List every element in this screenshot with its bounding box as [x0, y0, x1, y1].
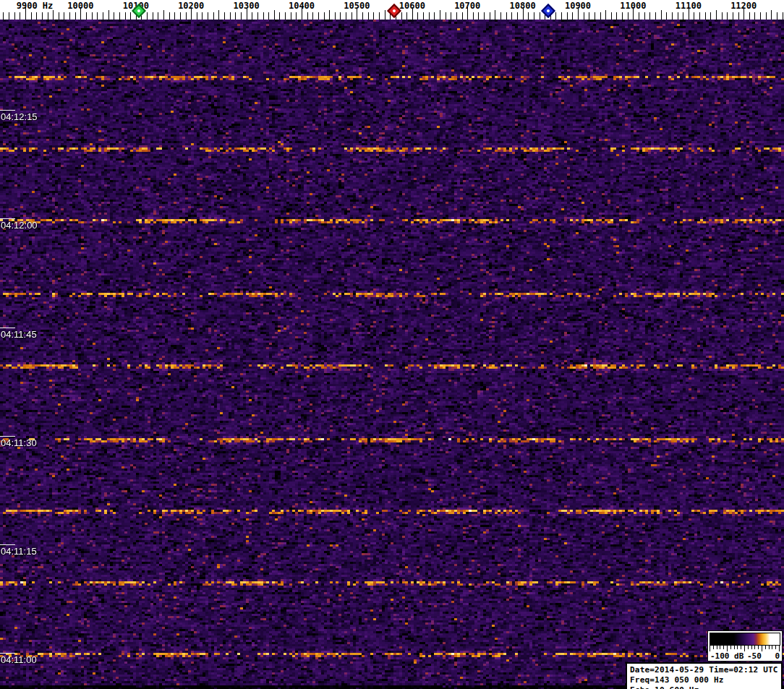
freq-label: 10500 — [344, 1, 370, 11]
freq-tick — [417, 12, 418, 20]
freq-tick — [451, 12, 451, 20]
freq-tick — [639, 12, 639, 20]
freq-tick — [36, 12, 37, 20]
freq-tick — [186, 12, 187, 20]
freq-tick — [644, 12, 645, 20]
freq-tick — [777, 12, 777, 20]
freq-tick — [373, 12, 374, 20]
freq-tick — [567, 12, 568, 20]
freq-tick — [241, 12, 242, 20]
freq-tick — [710, 12, 711, 20]
freq-tick — [130, 12, 131, 20]
colorbar-label-max: 0 — [775, 651, 780, 661]
freq-label: 10400 — [289, 1, 315, 11]
freq-label: 9900 Hz — [17, 1, 54, 11]
freq-tick — [114, 12, 114, 20]
freq-tick — [423, 12, 424, 20]
freq-tick — [611, 12, 612, 20]
freq-tick — [307, 12, 308, 20]
time-tick — [0, 218, 15, 219]
freq-tick — [440, 10, 440, 20]
freq-tick — [180, 12, 181, 20]
freq-tick — [722, 12, 723, 20]
freq-tick — [622, 12, 623, 20]
freq-tick — [263, 12, 264, 20]
freq-tick — [291, 12, 291, 20]
freq-tick — [649, 12, 650, 20]
freq-tick — [584, 12, 584, 20]
freq-tick — [351, 12, 352, 20]
freq-tick — [153, 12, 153, 20]
freq-tick — [158, 12, 158, 20]
freq-tick — [59, 12, 59, 20]
freq-tick — [268, 12, 269, 20]
freq-tick — [385, 10, 385, 20]
freq-tick — [517, 12, 518, 20]
freq-tick — [9, 12, 9, 20]
time-tick — [0, 328, 15, 328]
freq-tick — [108, 10, 109, 20]
time-tick — [0, 653, 15, 654]
freq-tick — [699, 12, 700, 20]
time-label: 04:11:00 — [1, 654, 37, 665]
freq-tick — [683, 12, 683, 20]
colorbar-labels: -100 dB -50 0 — [710, 651, 780, 661]
freq-tick — [694, 12, 694, 20]
info-box: Date=2014-05-29 Time=02:12 UTC Freq=143 … — [626, 662, 783, 689]
freq-tick — [705, 12, 706, 20]
time-tick — [0, 544, 15, 545]
freq-tick — [279, 12, 280, 20]
freq-tick — [252, 12, 252, 20]
freq-label: 11100 — [676, 1, 702, 11]
freq-tick — [733, 12, 733, 20]
freq-tick — [48, 12, 48, 20]
freq-tick — [174, 12, 175, 20]
colorbar-legend: -100 dB -50 0 — [707, 630, 783, 662]
freq-tick — [86, 12, 87, 20]
freq-tick — [64, 12, 64, 20]
freq-tick — [534, 12, 534, 20]
freq-tick — [446, 12, 446, 20]
freq-tick — [655, 12, 656, 20]
freq-label: 11200 — [730, 1, 757, 11]
info-line-freq: Freq=143 050 000 Hz — [630, 675, 778, 685]
freq-tick — [666, 12, 667, 20]
freq-tick — [20, 12, 20, 20]
marker-center-dot — [392, 9, 396, 13]
freq-tick — [346, 12, 346, 20]
marker-center-dot — [137, 9, 141, 13]
freq-tick — [589, 12, 589, 20]
freq-tick — [595, 12, 595, 20]
freq-tick — [324, 12, 325, 20]
freq-tick — [661, 10, 662, 20]
freq-tick — [274, 10, 275, 20]
freq-tick — [202, 12, 203, 20]
freq-tick — [555, 12, 556, 20]
freq-tick — [257, 12, 258, 20]
freq-tick — [103, 12, 103, 20]
freq-tick — [368, 12, 369, 20]
freq-tick — [628, 12, 629, 20]
freq-tick — [379, 12, 380, 20]
colorbar-label-mid: -50 — [747, 651, 762, 661]
spectrogram-screen: 9900 Hz100001010010200103001040010500106… — [0, 0, 784, 689]
freq-tick — [506, 12, 507, 20]
freq-tick — [92, 12, 93, 20]
info-line-date: Date=2014-05-29 Time=02:12 UTC — [630, 665, 778, 675]
freq-tick — [42, 12, 43, 20]
freq-tick — [235, 12, 236, 20]
freq-tick — [528, 12, 529, 20]
freq-tick — [329, 10, 330, 20]
freq-label: 10200 — [178, 1, 204, 11]
freq-tick — [462, 12, 463, 20]
marker-blue[interactable] — [541, 4, 555, 18]
colorbar-label-min: -100 dB — [710, 651, 743, 661]
freq-tick — [296, 12, 297, 20]
colorbar-gradient — [710, 633, 780, 646]
freq-tick — [218, 10, 219, 20]
freq-tick — [478, 12, 479, 20]
freq-tick — [224, 12, 225, 20]
freq-tick — [119, 12, 120, 20]
freq-tick — [672, 12, 673, 20]
freq-label: 10000 — [67, 1, 93, 11]
